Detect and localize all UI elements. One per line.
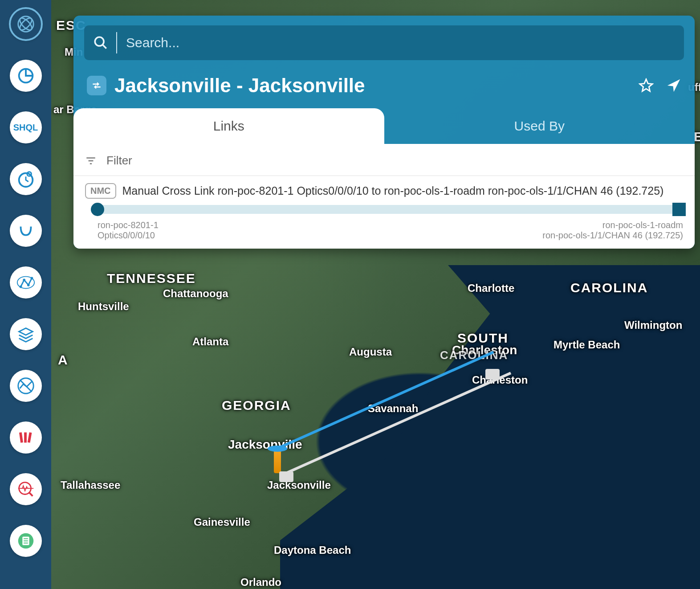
search-bar: [84, 25, 684, 60]
svg-point-24: [95, 37, 104, 46]
sidebar-shql-icon[interactable]: SHQL: [10, 111, 42, 143]
title-row: Jacksonville - Jacksonville: [73, 60, 695, 108]
sidebar-monitor-icon[interactable]: [10, 473, 42, 505]
link-right-port: ron-poc-ols-1/1/CHAN 46 (192.725): [542, 230, 683, 241]
filter-row[interactable]: Filter: [73, 144, 695, 176]
filter-label: Filter: [106, 154, 132, 168]
sidebar-pie-icon[interactable]: [10, 60, 42, 92]
svg-rect-13: [19, 432, 23, 443]
panel-body: Filter NMC Manual Cross Link ron-poc-820…: [73, 144, 695, 249]
svg-rect-14: [24, 433, 27, 443]
link-left-device: ron-poc-8201-1: [98, 220, 159, 230]
map-node-charleston[interactable]: [485, 369, 500, 380]
swap-icon[interactable]: [87, 76, 106, 95]
sidebar-explorer-icon[interactable]: [10, 8, 42, 40]
link-left-port: Optics0/0/0/10: [98, 230, 159, 241]
star-icon[interactable]: [639, 78, 654, 93]
link-progress-bar: [98, 205, 683, 214]
link-title: Manual Cross Link ron-poc-8201-1 Optics0…: [122, 184, 664, 197]
search-divider: [116, 32, 117, 53]
sidebar-history-icon[interactable]: [10, 163, 42, 195]
svg-line-25: [102, 45, 106, 49]
svg-point-8: [27, 284, 29, 286]
link-start-dot: [91, 203, 104, 216]
page-title: Jacksonville - Jacksonville: [114, 74, 631, 97]
sidebar-path-icon[interactable]: [10, 215, 42, 247]
filter-icon: [85, 155, 97, 167]
map-pin-jacksonville[interactable]: [274, 450, 281, 473]
left-sidebar: SHQL: [0, 0, 51, 589]
sidebar-docs-icon[interactable]: [10, 525, 42, 557]
map-node-jacksonville[interactable]: [279, 471, 293, 482]
search-icon: [93, 35, 108, 50]
search-input[interactable]: [126, 35, 675, 50]
svg-rect-15: [27, 432, 32, 443]
tab-links[interactable]: Links: [73, 108, 384, 144]
sidebar-layers-icon[interactable]: [10, 318, 42, 350]
link-item[interactable]: NMC Manual Cross Link ron-poc-8201-1 Opt…: [73, 176, 695, 241]
tab-used-by[interactable]: Used By: [384, 108, 695, 144]
nmc-badge: NMC: [85, 183, 116, 199]
svg-line-17: [29, 493, 33, 496]
sidebar-topology-icon[interactable]: [10, 266, 42, 299]
link-meta: ron-poc-8201-1 Optics0/0/0/10 ron-poc-ol…: [98, 220, 683, 241]
tabs: Links Used By: [73, 108, 695, 144]
link-right-device: ron-poc-ols-1-roadm: [542, 220, 683, 230]
link-end-square: [672, 203, 686, 216]
sidebar-analytics-icon[interactable]: [10, 370, 42, 402]
navigate-icon[interactable]: [666, 78, 681, 93]
details-panel: Jacksonville - Jacksonville Links Used B…: [73, 16, 695, 249]
sidebar-library-icon[interactable]: [10, 421, 42, 454]
svg-point-7: [23, 278, 25, 281]
